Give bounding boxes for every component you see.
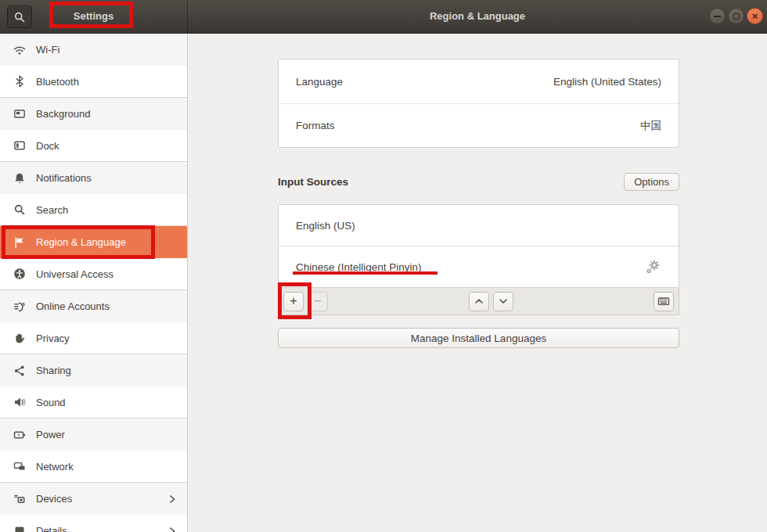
wifi-icon [13,44,26,56]
app-title: Settings [0,0,187,31]
bell-icon [13,172,26,185]
maximize-button[interactable] [728,8,744,24]
sidebar-item-label: Details [36,525,67,532]
language-formats-card: Language English (United States) Formats… [278,59,679,148]
sidebar-item-label: Sharing [36,365,71,376]
formats-row[interactable]: Formats 中国 [279,103,679,147]
search-icon [13,203,26,216]
maximize-icon [733,13,740,20]
sidebar-item-label: Universal Access [36,268,113,280]
region-language-panel: Language English (United States) Formats… [188,34,767,532]
sidebar-item-label: Network [36,461,74,473]
input-sources-header: Input Sources Options [278,171,679,192]
battery-icon [13,429,26,441]
speaker-icon [13,396,26,408]
sidebar-item-online-accounts[interactable]: s Online Accounts [0,290,187,322]
language-row[interactable]: Language English (United States) [279,59,679,103]
input-source-settings-gear-icon[interactable] [646,259,661,275]
sidebar-item-devices[interactable]: Devices [0,483,187,515]
share-icon [13,365,26,377]
move-down-button[interactable] [493,292,513,311]
add-input-source-button[interactable]: + [283,292,304,311]
language-label: Language [296,76,343,88]
panel-title: Region & Language [188,0,767,31]
sidebar-item-network[interactable]: Network [0,451,187,483]
sidebar-item-label: Online Accounts [36,300,110,312]
dock-icon [13,139,26,152]
online-accounts-icon: s [13,300,26,313]
sidebar-item-label: Wi-Fi [36,44,59,56]
sidebar-item-label: Power [36,429,65,440]
keyboard-icon [657,295,670,307]
keyboard-preview-button[interactable] [654,292,674,311]
sidebar-item-region-language[interactable]: Region & Language [0,226,187,258]
sidebar-item-details[interactable]: Details [0,515,187,532]
sidebar-item-bluetooth[interactable]: Bluetooth [0,66,187,98]
sidebar-item-label: Search [36,204,68,216]
sidebar-item-privacy[interactable]: Privacy [0,322,187,354]
input-source-label: English (US) [296,220,355,232]
sidebar-item-universal-access[interactable]: Universal Access [0,258,187,290]
settings-window: Settings Region & Language × Wi-Fi Bluet… [0,0,767,532]
titlebar-content-section: Region & Language × [188,0,767,33]
sidebar-item-label: Bluetooth [36,76,79,88]
language-value: English (United States) [553,76,661,88]
sidebar-item-search[interactable]: Search [0,194,187,226]
hand-icon [13,332,26,344]
svg-text:s: s [22,301,25,307]
bluetooth-icon [13,75,26,88]
input-sources-toolbar: + − [278,288,679,315]
universal-access-icon [13,268,26,280]
sidebar-item-sound[interactable]: Sound [0,386,187,419]
flag-icon [13,236,26,249]
sidebar-item-wifi[interactable]: Wi-Fi [0,34,187,66]
sidebar-item-label: Privacy [36,332,70,344]
sidebar-item-label: Dock [36,140,59,152]
input-sources-title: Input Sources [278,176,348,188]
input-sources-list: English (US) Chinese (Intelligent Pinyin… [278,204,679,288]
input-source-label: Chinese (Intelligent Pinyin) [296,261,422,273]
sidebar-item-sharing[interactable]: Sharing [0,354,187,386]
settings-sidebar: Wi-Fi Bluetooth Background Dock Notifica… [0,34,188,532]
chevron-right-icon [167,494,178,505]
details-icon [13,525,26,532]
input-source-row-english-us[interactable]: English (US) [279,205,679,246]
chevron-right-icon [167,526,178,532]
chevron-down-icon [497,295,510,307]
close-icon: × [752,11,758,21]
sidebar-item-background[interactable]: Background [0,98,187,130]
options-button[interactable]: Options [624,173,679,191]
chevron-up-icon [473,295,485,307]
sidebar-item-label: Devices [36,493,72,505]
sidebar-item-label: Sound [36,397,66,408]
sidebar-item-power[interactable]: Power [0,419,187,451]
sidebar-item-label: Background [36,108,90,120]
background-icon [13,108,26,120]
remove-input-source-button[interactable]: − [308,292,328,311]
sidebar-item-label: Region & Language [36,236,126,248]
sidebar-item-label: Notifications [36,172,92,184]
sidebar-item-notifications[interactable]: Notifications [0,162,187,194]
titlebar-sidebar-section: Settings [0,0,188,33]
formats-label: Formats [296,120,335,131]
titlebar: Settings Region & Language × [0,0,767,34]
network-icon [13,460,26,473]
move-up-button[interactable] [469,292,489,311]
input-source-row-chinese-pinyin[interactable]: Chinese (Intelligent Pinyin) [279,246,679,287]
minimize-icon [714,16,721,17]
manage-installed-languages-button[interactable]: Manage Installed Languages [278,328,679,348]
sidebar-item-dock[interactable]: Dock [0,130,187,162]
formats-value: 中国 [640,119,661,133]
minimize-button[interactable] [709,8,726,24]
devices-icon [13,493,26,505]
close-button[interactable]: × [747,8,763,24]
window-controls: × [709,8,763,24]
